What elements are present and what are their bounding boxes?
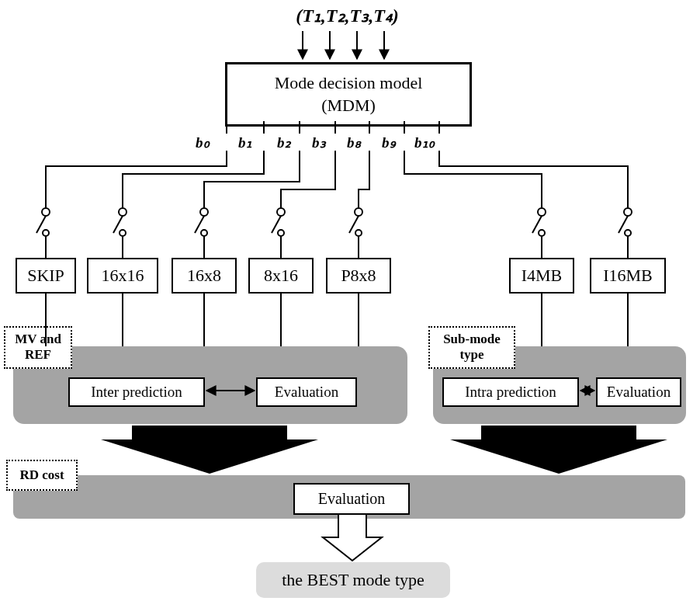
svg-point-13: [43, 230, 49, 236]
mdm-box: Mode decision model (MDM): [225, 62, 472, 127]
b3-label: b₃: [312, 134, 326, 151]
svg-point-37: [625, 230, 631, 236]
inter-evaluation-box: Evaluation: [256, 377, 357, 407]
svg-point-21: [201, 230, 207, 236]
mode-16x16: 16x16: [87, 258, 158, 294]
submode-l1: Sub-mode: [435, 332, 509, 347]
mode-8x16: 8x16: [248, 258, 314, 294]
mdm-line2: (MDM): [241, 95, 456, 117]
final-evaluation-box: Evaluation: [293, 483, 410, 515]
mdm-line1: Mode decision model: [241, 72, 456, 95]
svg-point-29: [355, 230, 362, 236]
mode-16x8: 16x8: [172, 258, 237, 294]
svg-point-25: [278, 230, 284, 236]
svg-point-11: [42, 208, 50, 216]
mvref-l1: MV and: [10, 332, 66, 347]
b1-label: b₁: [238, 134, 252, 151]
mode-i16mb: I16MB: [590, 258, 666, 294]
svg-point-35: [624, 208, 632, 216]
submode-l2: type: [435, 347, 509, 363]
svg-line-16: [113, 216, 123, 233]
svg-line-20: [195, 216, 204, 233]
mvref-l2: REF: [10, 347, 66, 363]
svg-point-27: [355, 208, 362, 216]
svg-point-23: [277, 208, 285, 216]
b2-label: b₂: [277, 134, 291, 151]
intra-evaluation-box: Evaluation: [596, 377, 681, 407]
svg-line-32: [532, 216, 542, 233]
b10-label: b₁₀: [414, 134, 435, 151]
svg-line-28: [349, 216, 359, 233]
submode-tag: Sub-mode type: [428, 326, 515, 369]
svg-point-19: [200, 208, 208, 216]
svg-line-12: [36, 216, 46, 233]
rdcost-tag: RD cost: [6, 460, 78, 491]
intra-prediction-box: Intra prediction: [442, 377, 579, 407]
mode-p8x8: P8x8: [326, 258, 391, 294]
svg-point-15: [119, 208, 126, 216]
svg-line-24: [272, 216, 281, 233]
b0-label: b₀: [196, 134, 210, 151]
svg-point-33: [539, 230, 545, 236]
svg-point-17: [120, 230, 126, 236]
inter-prediction-box: Inter prediction: [68, 377, 205, 407]
inputs-label: (T₁,T₂,T₃,T₄): [252, 5, 442, 26]
mode-skip: SKIP: [16, 258, 76, 294]
result-box: the BEST mode type: [256, 562, 450, 598]
mvref-tag: MV and REF: [4, 326, 72, 369]
svg-line-36: [619, 216, 628, 233]
b9-label: b₉: [382, 134, 396, 151]
mode-i4mb: I4MB: [509, 258, 574, 294]
b8-label: b₈: [347, 134, 361, 151]
svg-point-31: [538, 208, 546, 216]
